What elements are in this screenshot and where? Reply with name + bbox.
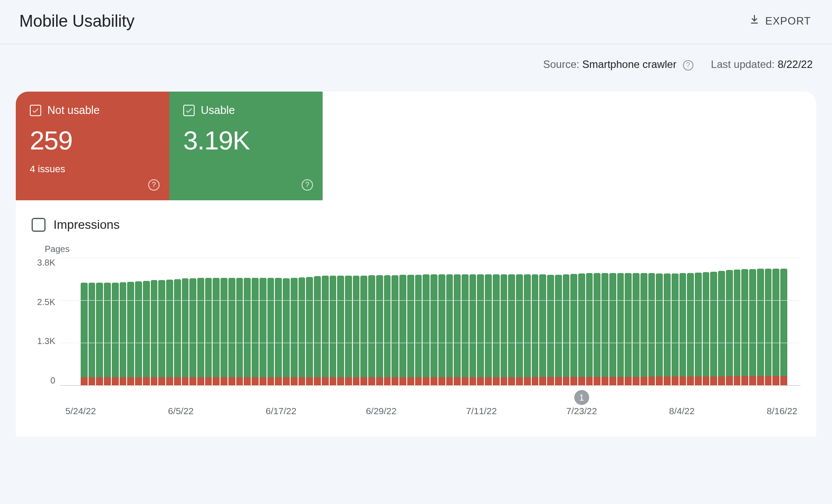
chart-plot[interactable]: 1 [60, 258, 800, 386]
chart-bar[interactable] [664, 273, 671, 385]
chart-bar[interactable] [81, 283, 88, 385]
chart-bar[interactable] [127, 282, 134, 385]
chart-bar[interactable] [780, 269, 787, 385]
chart-bar[interactable] [617, 273, 624, 385]
chart-bar[interactable] [703, 272, 710, 385]
chart-bar[interactable] [220, 278, 228, 385]
chart-bar[interactable] [454, 274, 461, 385]
chart-bar[interactable] [734, 270, 741, 385]
chart-bar[interactable] [532, 274, 539, 385]
chart-bar[interactable] [89, 283, 96, 385]
chart-bar[interactable] [314, 276, 321, 385]
chart-bar[interactable] [322, 276, 329, 385]
chart-bar[interactable] [158, 280, 165, 386]
chart-bar[interactable] [609, 273, 616, 385]
chart-bar[interactable] [384, 275, 391, 385]
chart-bar[interactable] [446, 274, 453, 385]
chart-bar[interactable] [376, 275, 383, 385]
chart-bar[interactable] [462, 274, 469, 385]
chart-bar[interactable] [563, 274, 570, 385]
chart-bar[interactable] [726, 270, 733, 385]
chart-bar[interactable] [430, 274, 437, 385]
chart-bar[interactable] [205, 278, 212, 385]
help-icon[interactable]: ? [683, 60, 693, 71]
chart-bar[interactable] [594, 273, 601, 385]
chart-bar[interactable] [672, 273, 679, 385]
chart-bar[interactable] [337, 276, 344, 385]
checkbox-checked-icon[interactable] [30, 105, 41, 116]
chart-bar[interactable] [368, 275, 375, 385]
checkbox-unchecked-icon[interactable] [32, 218, 46, 232]
chart-bar[interactable] [267, 278, 274, 385]
chart-bar[interactable] [96, 283, 103, 385]
chart-bar[interactable] [757, 269, 764, 385]
chart-bar[interactable] [174, 279, 181, 385]
chart-bar[interactable] [477, 274, 484, 385]
chart-bar[interactable] [656, 273, 663, 385]
chart-bar[interactable] [143, 281, 150, 385]
chart-bar[interactable] [524, 274, 531, 385]
chart-bar[interactable] [166, 280, 173, 385]
chart-bar[interactable] [586, 273, 593, 385]
chart-bar[interactable] [135, 281, 142, 385]
chart-bar[interactable] [399, 275, 406, 385]
chart-bar[interactable] [718, 271, 725, 385]
chart-bar[interactable] [197, 278, 204, 385]
chart-bar[interactable] [695, 273, 702, 385]
chart-bar[interactable] [423, 274, 430, 385]
chart-bar[interactable] [213, 278, 220, 385]
chart-bar[interactable] [539, 274, 546, 385]
help-icon[interactable]: ? [148, 179, 160, 191]
chart-bar[interactable] [493, 274, 500, 385]
chart-bar[interactable] [189, 278, 196, 385]
chart-bar[interactable] [578, 273, 585, 385]
chart-bar[interactable] [244, 278, 251, 385]
chart-bar[interactable] [345, 276, 352, 385]
chart-bar[interactable] [330, 276, 337, 385]
tile-not-usable[interactable]: Not usable 259 4 issues ? [16, 92, 169, 200]
chart-bar[interactable] [679, 273, 686, 385]
chart-bar[interactable] [648, 273, 655, 385]
chart-bar[interactable] [547, 275, 554, 385]
chart-bar[interactable] [260, 278, 267, 385]
chart-bar[interactable] [741, 269, 748, 385]
chart-bar[interactable] [415, 275, 422, 385]
chart-bar[interactable] [516, 274, 523, 385]
chart-bar[interactable] [391, 275, 398, 385]
chart-bar[interactable] [570, 274, 577, 385]
chart-bar[interactable] [306, 277, 313, 385]
chart-bar[interactable] [283, 278, 290, 385]
chart-bar[interactable] [601, 273, 608, 385]
chart-bar[interactable] [765, 269, 772, 385]
export-button[interactable]: EXPORT [747, 11, 813, 32]
chart-bar[interactable] [299, 277, 306, 385]
chart-bar[interactable] [501, 274, 508, 385]
tile-usable[interactable]: Usable 3.19K ? [169, 92, 323, 200]
chart-bar[interactable] [112, 283, 119, 385]
chart-bar[interactable] [407, 275, 414, 385]
chart-bar[interactable] [625, 273, 632, 385]
chart-bar[interactable] [640, 273, 647, 385]
chart-bar[interactable] [749, 269, 756, 385]
chart-bar[interactable] [151, 280, 158, 385]
chart-bar[interactable] [360, 276, 367, 386]
chart-bar[interactable] [182, 278, 189, 385]
chart-bar[interactable] [252, 278, 259, 385]
chart-bar[interactable] [104, 283, 111, 385]
chart-bar[interactable] [633, 273, 640, 385]
chart-bar[interactable] [508, 274, 515, 385]
chart-bar[interactable] [120, 282, 127, 385]
chart-bar[interactable] [275, 278, 282, 385]
chart-bar[interactable] [353, 276, 360, 385]
chart-bar[interactable] [236, 278, 243, 385]
chart-bar[interactable] [485, 274, 492, 385]
chart-bar[interactable] [555, 275, 562, 385]
help-icon[interactable]: ? [302, 179, 313, 191]
event-marker[interactable]: 1 [574, 390, 589, 405]
chart-bar[interactable] [438, 274, 445, 385]
chart-bar[interactable] [772, 269, 779, 385]
chart-bar[interactable] [710, 272, 717, 385]
chart-bar[interactable] [469, 274, 476, 385]
chart-bar[interactable] [291, 278, 298, 385]
chart-bar[interactable] [228, 278, 235, 385]
